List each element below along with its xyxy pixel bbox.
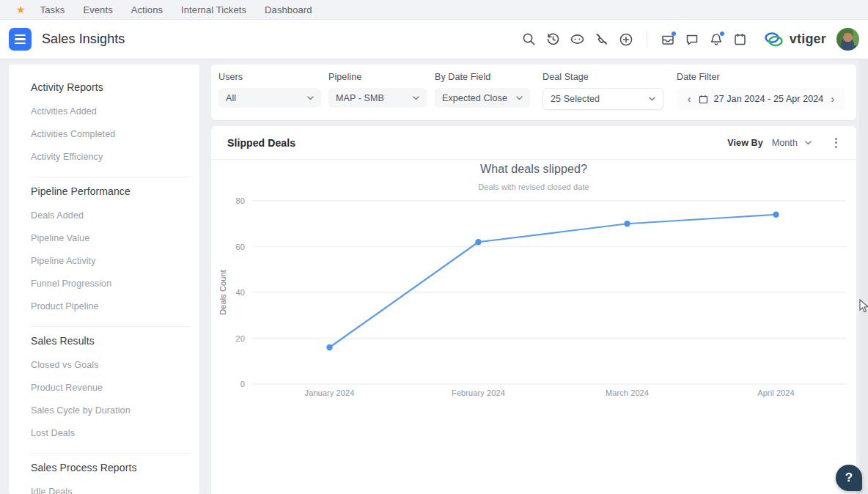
filter-group-by-date-field: By Date FieldExpected Close D... bbox=[435, 72, 530, 108]
pipeline-select[interactable]: MAP - SMB bbox=[328, 88, 427, 108]
filter-value: Expected Close D... bbox=[442, 93, 510, 103]
date-next-icon[interactable]: › bbox=[829, 93, 836, 105]
sidebar-item-idle-deals[interactable]: Idle Deals bbox=[31, 480, 199, 494]
filter-label: Deal Stage bbox=[542, 72, 663, 82]
date-prev-icon[interactable]: ‹ bbox=[686, 93, 693, 105]
y-tick-label: 20 bbox=[236, 334, 245, 343]
search-icon[interactable] bbox=[521, 32, 537, 48]
filter-group-date-filter: Date Filter‹27 Jan 2024 - 25 Apr 2024› bbox=[677, 72, 845, 110]
user-avatar[interactable] bbox=[836, 28, 859, 51]
filter-value: 25 Selected bbox=[551, 94, 643, 104]
favorites-star-icon[interactable]: ★ bbox=[16, 4, 26, 15]
chart-title: What deals slipped? bbox=[211, 163, 856, 176]
sales-insights-page: ★ TasksEventsActionsInternal TicketsDash… bbox=[0, 0, 868, 494]
top-nav: ★ TasksEventsActionsInternal TicketsDash… bbox=[0, 0, 868, 20]
data-point[interactable] bbox=[326, 344, 332, 350]
scrollbar-track[interactable] bbox=[859, 59, 868, 494]
sidebar-item-activity-efficiency[interactable]: Activity Efficiency bbox=[31, 145, 199, 168]
view-by-value: Month bbox=[772, 138, 798, 148]
chevron-down-icon bbox=[805, 141, 812, 145]
notifications-icon[interactable] bbox=[708, 32, 724, 48]
y-tick-label: 0 bbox=[240, 380, 245, 388]
phone-muted-icon[interactable] bbox=[594, 32, 610, 48]
series-line bbox=[330, 215, 776, 347]
filter-label: Pipeline bbox=[328, 72, 427, 82]
calendar-icon[interactable] bbox=[732, 32, 749, 48]
panel-header: Slipped Deals View By Month bbox=[211, 126, 856, 160]
y-tick-label: 60 bbox=[236, 243, 245, 251]
inbox-badge bbox=[672, 32, 676, 36]
filter-value: All bbox=[226, 93, 301, 103]
top-nav-items: TasksEventsActionsInternal TicketsDashbo… bbox=[40, 4, 312, 15]
add-record-icon[interactable] bbox=[618, 32, 634, 48]
menu-hamburger-button[interactable] bbox=[9, 28, 32, 51]
sidebar-item-product-pipeline[interactable]: Product Pipeline bbox=[31, 295, 199, 317]
page-title: Sales Insights bbox=[42, 32, 125, 47]
nav-item-actions[interactable]: Actions bbox=[131, 4, 163, 15]
assistant-icon[interactable] bbox=[570, 32, 586, 48]
view-by-select[interactable]: Month bbox=[770, 135, 813, 151]
vtiger-logo-icon bbox=[763, 31, 785, 48]
x-tick-label: January 2024 bbox=[305, 388, 355, 397]
users-select[interactable]: All bbox=[218, 88, 321, 108]
data-point[interactable] bbox=[773, 212, 779, 218]
sidebar-item-closed-vs-goals[interactable]: Closed vs Goals bbox=[31, 353, 199, 376]
header-divider bbox=[647, 32, 647, 48]
data-point[interactable] bbox=[624, 221, 630, 226]
filter-bar: UsersAllPipelineMAP - SMBBy Date FieldEx… bbox=[211, 64, 856, 120]
sidebar-section-title: Activity Reports bbox=[31, 81, 199, 94]
sidebar-item-product-revenue[interactable]: Product Revenue bbox=[31, 376, 199, 399]
filter-label: Date Filter bbox=[677, 72, 845, 82]
filter-group-pipeline: PipelineMAP - SMB bbox=[328, 72, 427, 108]
chart-subtitle: Deals with revised closed date bbox=[211, 183, 856, 191]
reports-sidebar: Activity ReportsActivities AddedActiviti… bbox=[9, 64, 199, 494]
date-range-value: 27 Jan 2024 - 25 Apr 2024 bbox=[714, 94, 824, 104]
sidebar-item-activities-completed[interactable]: Activities Completed bbox=[31, 122, 199, 145]
y-tick-label: 80 bbox=[236, 196, 245, 205]
inbox-icon[interactable] bbox=[660, 32, 676, 48]
header-icon-bar bbox=[521, 32, 749, 48]
sidebar-item-funnel-progression[interactable]: Funnel Progression bbox=[31, 272, 199, 295]
panel-menu-kebab-icon[interactable] bbox=[832, 135, 840, 151]
by-date-field-select[interactable]: Expected Close D... bbox=[435, 88, 530, 108]
chevron-down-icon bbox=[649, 97, 655, 101]
history-icon[interactable] bbox=[545, 32, 562, 48]
sidebar-item-pipeline-activity[interactable]: Pipeline Activity bbox=[31, 249, 199, 272]
sidebar-item-lost-deals[interactable]: Lost Deals bbox=[31, 421, 199, 444]
chevron-down-icon bbox=[413, 96, 419, 100]
chat-icon[interactable] bbox=[684, 32, 700, 48]
notifications-badge bbox=[720, 32, 724, 36]
vtiger-brand[interactable]: vtiger bbox=[763, 31, 826, 48]
slipped-deals-panel: Slipped Deals View By Month What deals s… bbox=[211, 126, 856, 494]
sidebar-item-sales-cycle-by-duration[interactable]: Sales Cycle by Duration bbox=[31, 399, 199, 421]
calendar-icon bbox=[699, 95, 708, 104]
panel-title: Slipped Deals bbox=[227, 137, 295, 149]
deal-stage-select[interactable]: 25 Selected bbox=[542, 88, 663, 110]
nav-item-events[interactable]: Events bbox=[83, 4, 112, 15]
sidebar-divider bbox=[31, 177, 191, 177]
y-axis-title: Deals Count bbox=[218, 270, 227, 315]
data-point[interactable] bbox=[475, 239, 481, 245]
filter-group-deal-stage: Deal Stage25 Selected bbox=[542, 72, 663, 110]
nav-item-internal-tickets[interactable]: Internal Tickets bbox=[181, 4, 246, 15]
sidebar-item-pipeline-value[interactable]: Pipeline Value bbox=[31, 226, 199, 249]
sidebar-item-deals-added[interactable]: Deals Added bbox=[31, 204, 199, 226]
help-button[interactable]: ? bbox=[836, 465, 862, 491]
date-filter-select[interactable]: ‹27 Jan 2024 - 25 Apr 2024› bbox=[677, 88, 845, 110]
sidebar-section-title: Pipeline Performance bbox=[31, 185, 199, 198]
nav-item-tasks[interactable]: Tasks bbox=[40, 4, 65, 15]
filter-label: Users bbox=[218, 72, 321, 82]
brand-name: vtiger bbox=[790, 32, 826, 47]
filter-label: By Date Field bbox=[435, 72, 530, 82]
y-tick-label: 40 bbox=[236, 288, 245, 297]
filter-value: MAP - SMB bbox=[336, 93, 407, 103]
x-tick-label: April 2024 bbox=[757, 388, 795, 397]
app-header: Sales Insights bbox=[0, 20, 868, 59]
x-tick-label: February 2024 bbox=[452, 388, 505, 397]
sidebar-divider bbox=[31, 326, 191, 327]
nav-item-dashboard[interactable]: Dashboard bbox=[265, 4, 312, 15]
sidebar-divider bbox=[31, 453, 191, 454]
help-label: ? bbox=[845, 471, 853, 485]
sidebar-item-activities-added[interactable]: Activities Added bbox=[31, 100, 199, 122]
filter-group-users: UsersAll bbox=[218, 72, 321, 108]
